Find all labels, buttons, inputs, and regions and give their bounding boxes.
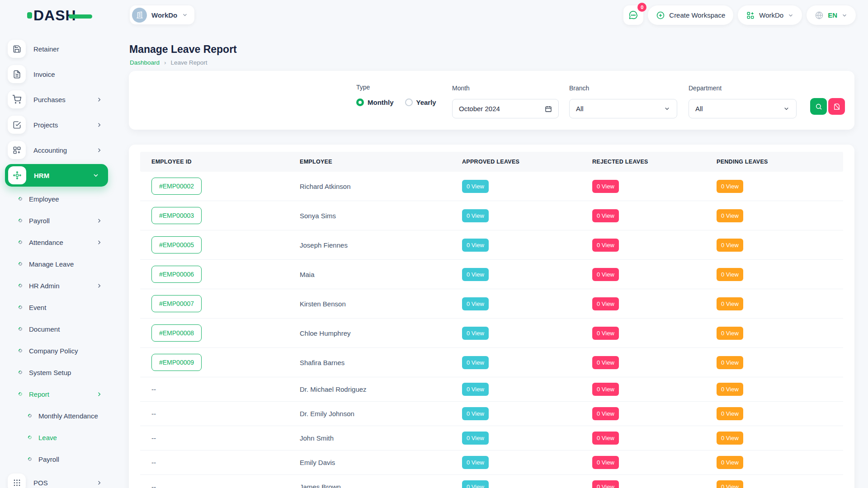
employee-id-button[interactable]: #EMP00009	[151, 354, 202, 371]
pending-leaves-view-badge[interactable]: 0 View	[717, 327, 743, 340]
department-value: All	[695, 105, 783, 113]
reset-filter-button[interactable]	[828, 98, 845, 115]
breadcrumb-dashboard-link[interactable]: Dashboard	[130, 59, 160, 66]
rejected-leaves-view-badge[interactable]: 0 View	[592, 297, 619, 310]
rejected-leaves-view-badge[interactable]: 0 View	[592, 456, 619, 469]
search-button[interactable]	[810, 98, 827, 115]
table-row: --Dr. Emily Johnson0 View0 View0 View	[140, 402, 843, 426]
workspace-menu-button[interactable]: WorkDo	[738, 5, 802, 25]
sidebar-item-label: HR Admin	[29, 282, 60, 290]
rejected-leaves-view-badge[interactable]: 0 View	[592, 180, 619, 193]
language-selector[interactable]: EN	[807, 5, 856, 25]
sidebar-item-label: Event	[29, 304, 46, 311]
rejected-leaves-view-badge[interactable]: 0 View	[592, 480, 619, 488]
pending-leaves-view-badge[interactable]: 0 View	[717, 356, 743, 369]
sidebar-item-payroll[interactable]: Payroll	[0, 210, 113, 231]
sidebar-item-leave[interactable]: Leave	[0, 427, 113, 448]
sidebar-item-manage-leave[interactable]: Manage Leave	[0, 253, 113, 275]
pending-leaves-view-badge[interactable]: 0 View	[717, 180, 743, 193]
rejected-leaves-view-badge[interactable]: 0 View	[592, 432, 619, 445]
bullet-icon	[18, 261, 23, 266]
sidebar-item-document[interactable]: Document	[0, 318, 113, 340]
approved-leaves-view-badge[interactable]: 0 View	[462, 383, 489, 396]
rejected-leaves-view-badge[interactable]: 0 View	[592, 239, 619, 252]
approved-leaves-view-badge[interactable]: 0 View	[462, 407, 489, 420]
bullet-icon	[18, 391, 23, 396]
radio-icon	[405, 99, 413, 106]
sidebar-item-attendance[interactable]: Attendance	[0, 231, 113, 253]
sidebar-item-retainer[interactable]: Retainer	[0, 36, 113, 61]
approved-leaves-view-badge[interactable]: 0 View	[462, 297, 489, 310]
bullet-icon	[27, 435, 32, 440]
pending-leaves-view-badge[interactable]: 0 View	[717, 239, 743, 252]
sidebar-item-system-setup[interactable]: System Setup	[0, 361, 113, 383]
pending-leaves-view-badge[interactable]: 0 View	[717, 480, 743, 488]
sidebar-item-hr-admin[interactable]: HR Admin	[0, 275, 113, 296]
employee-id-button[interactable]: #EMP00007	[151, 295, 202, 312]
rejected-leaves-view-badge[interactable]: 0 View	[592, 209, 619, 222]
pending-leaves-view-badge[interactable]: 0 View	[717, 209, 743, 222]
dash-logo[interactable]: DASH	[27, 7, 92, 23]
sidebar-item-employee[interactable]: Employee	[0, 188, 113, 210]
sidebar-item-label: Projects	[33, 121, 58, 129]
type-radio-monthly[interactable]: Monthly	[356, 99, 394, 106]
pending-leaves-view-badge[interactable]: 0 View	[717, 407, 743, 420]
pending-leaves-view-badge[interactable]: 0 View	[717, 297, 743, 310]
pending-leaves-view-badge[interactable]: 0 View	[717, 432, 743, 445]
type-radio-yearly[interactable]: Yearly	[405, 99, 436, 106]
rejected-leaves-view-badge[interactable]: 0 View	[592, 268, 619, 281]
approved-leaves-view-badge[interactable]: 0 View	[462, 480, 489, 488]
pending-leaves-view-badge[interactable]: 0 View	[717, 456, 743, 469]
workspace-selector[interactable]: WorkDo	[130, 5, 194, 24]
sidebar-item-accounting[interactable]: Accounting	[0, 137, 113, 163]
month-input[interactable]: October 2024	[452, 99, 559, 118]
table-row: --Dr. Michael Rodriguez0 View0 View0 Vie…	[140, 377, 843, 402]
sidebar-item-projects[interactable]: Projects	[0, 112, 113, 137]
approved-leaves-view-badge[interactable]: 0 View	[462, 239, 489, 252]
table-row: #EMP00007Kirsten Benson0 View0 View0 Vie…	[140, 289, 843, 319]
approved-leaves-view-badge[interactable]: 0 View	[462, 209, 489, 222]
pending-leaves-view-badge[interactable]: 0 View	[717, 268, 743, 281]
column-header-rejected-leaves: REJECTED LEAVES	[592, 159, 717, 165]
sidebar-item-label: POS	[33, 479, 48, 487]
table-row: #EMP00005Joseph Fiennes0 View0 View0 Vie…	[140, 230, 843, 260]
sidebar-item-payroll[interactable]: Payroll	[0, 448, 113, 470]
rejected-leaves-view-badge[interactable]: 0 View	[592, 383, 619, 396]
chevron-down-icon	[841, 12, 848, 19]
employee-id-button[interactable]: #EMP00003	[151, 207, 202, 224]
messages-button[interactable]: 0	[623, 5, 643, 25]
column-header-employee: EMPLOYEE	[300, 159, 462, 165]
sidebar-item-purchases[interactable]: Purchases	[0, 87, 113, 112]
approved-leaves-view-badge[interactable]: 0 View	[462, 327, 489, 340]
sidebar-item-invoice[interactable]: Invoice	[0, 61, 113, 87]
chevron-right-icon	[96, 239, 103, 246]
sidebar-item-hrm[interactable]: HRM	[5, 164, 108, 187]
sidebar-item-label: Manage Leave	[29, 260, 74, 268]
employee-name: Sonya Sims	[300, 212, 462, 220]
branch-select[interactable]: All	[569, 99, 677, 118]
approved-leaves-view-badge[interactable]: 0 View	[462, 356, 489, 369]
sidebar-item-event[interactable]: Event	[0, 296, 113, 318]
approved-leaves-view-badge[interactable]: 0 View	[462, 432, 489, 445]
table-row: #EMP00008Chloe Humphrey0 View0 View0 Vie…	[140, 319, 843, 348]
logo-dash	[69, 14, 92, 19]
approved-leaves-view-badge[interactable]: 0 View	[462, 268, 489, 281]
approved-leaves-view-badge[interactable]: 0 View	[462, 456, 489, 469]
sidebar-item-pos[interactable]: POS	[0, 470, 113, 488]
create-workspace-button[interactable]: Create Workspace	[648, 5, 733, 25]
sidebar-item-monthly-attendance[interactable]: Monthly Attendance	[0, 405, 113, 427]
employee-id-empty: --	[151, 434, 300, 442]
sidebar-item-report[interactable]: Report	[0, 383, 113, 405]
employee-id-button[interactable]: #EMP00008	[151, 324, 202, 342]
pending-leaves-view-badge[interactable]: 0 View	[717, 383, 743, 396]
employee-id-button[interactable]: #EMP00005	[151, 236, 202, 253]
rejected-leaves-view-badge[interactable]: 0 View	[592, 407, 619, 420]
employee-id-button[interactable]: #EMP00006	[151, 266, 202, 283]
rejected-leaves-view-badge[interactable]: 0 View	[592, 327, 619, 340]
workspace-menu-label: WorkDo	[759, 11, 783, 19]
employee-id-button[interactable]: #EMP00002	[151, 178, 202, 195]
rejected-leaves-view-badge[interactable]: 0 View	[592, 356, 619, 369]
department-select[interactable]: All	[689, 99, 797, 118]
sidebar-item-company-policy[interactable]: Company Policy	[0, 340, 113, 361]
approved-leaves-view-badge[interactable]: 0 View	[462, 180, 489, 193]
